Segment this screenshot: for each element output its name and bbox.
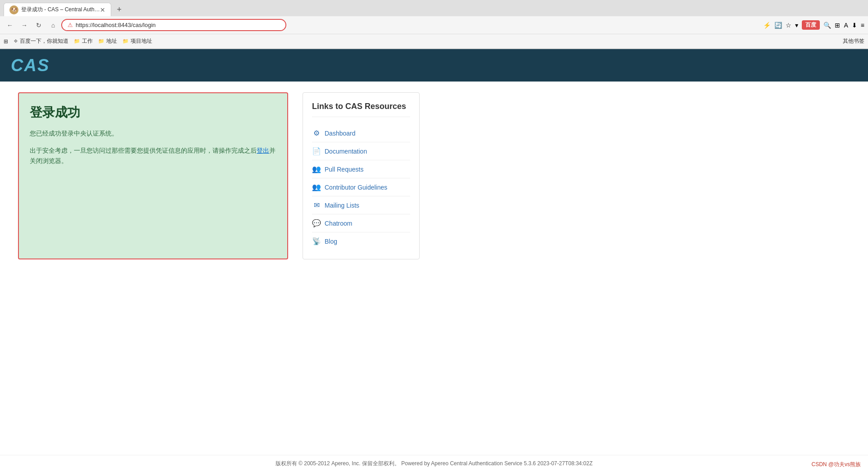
bookmark-baidu[interactable]: ❖ 百度一下，你就知道 [14,37,68,45]
resource-documentation-label: Documentation [325,148,367,155]
bookmark-chevron[interactable]: ▾ [795,22,798,29]
pull-requests-icon: 👥 [312,165,321,173]
forward-button[interactable]: → [18,19,31,32]
resource-pull-requests-label: Pull Requests [325,166,363,173]
cas-header: CAS [0,49,868,82]
success-title: 登录成功 [30,104,276,121]
resource-contributor-guidelines[interactable]: 👥 Contributor Guidelines [312,178,410,196]
resource-mailing-lists[interactable]: ✉ Mailing Lists [312,196,410,214]
tab-title: 登录成功 - CAS – Central Auth… [21,6,100,14]
home-button[interactable]: ⌂ [47,19,59,32]
search-icon[interactable]: 🔍 [823,22,831,29]
resource-blog[interactable]: 📡 Blog [312,232,410,250]
bookmark-star[interactable]: ☆ [786,22,791,29]
success-box: 登录成功 您已经成功登录中央认证系统。 出于安全考虑，一旦您访问过那些需要您提供… [18,92,288,259]
resource-dashboard-label: Dashboard [325,130,356,137]
download-icon[interactable]: ⬇ [852,22,857,29]
bookmark-label-work: 工作 [82,37,93,45]
bookmark-label-address: 地址 [106,37,117,45]
tab-close-button[interactable]: ✕ [100,6,105,14]
documentation-icon: 📄 [312,147,321,155]
address-url: https://localhost:8443/cas/login [76,22,156,28]
tab-bar: 🐶 登录成功 - CAS – Central Auth… ✕ + [0,0,868,16]
success-text2-before: 出于安全考虑，一旦您访问过那些需要您提供凭证信息的应用时，请操作完成之后 [30,147,257,154]
resources-title: Links to CAS Resources [312,102,410,117]
blog-icon: 📡 [312,237,321,245]
resource-chatroom-label: Chatroom [325,220,352,227]
logout-link[interactable]: 登出 [257,147,269,154]
more-icon[interactable]: ≡ [861,22,864,29]
grid-icon[interactable]: ⊞ [835,22,840,29]
bookmark-icon-project: 📁 [122,38,129,44]
bookmark-work[interactable]: 📁 工作 [74,37,93,45]
resource-blog-label: Blog [325,238,337,245]
back-button[interactable]: ← [4,19,16,32]
lightning-icon: ⚡ [763,22,771,29]
address-bar[interactable]: ⚠ https://localhost:8443/cas/login [61,19,286,31]
address-warning-icon: ⚠ [68,22,73,28]
resources-panel: Links to CAS Resources ⚙ Dashboard 📄 Doc… [303,92,420,259]
resource-pull-requests[interactable]: 👥 Pull Requests [312,160,410,178]
new-tab-button[interactable]: + [113,3,126,16]
bookmark-icon-address: 📁 [98,38,104,44]
other-bookmarks[interactable]: 其他书签 [843,37,864,45]
resource-dashboard[interactable]: ⚙ Dashboard [312,124,410,142]
bookmarks-bar: ⊞ ❖ 百度一下，你就知道 📁 工作 📁 地址 📁 项目地址 其他书签 [0,34,868,49]
refresh-icon2[interactable]: 🔄 [774,22,782,29]
active-tab[interactable]: 🐶 登录成功 - CAS – Central Auth… ✕ [4,3,111,16]
refresh-button[interactable]: ↻ [32,19,45,32]
browser-chrome: 🐶 登录成功 - CAS – Central Auth… ✕ + ← → ↻ ⌂… [0,0,868,49]
nav-right-controls: ⚡ 🔄 ☆ ▾ 百度 🔍 ⊞ A ⬇ ≡ [763,20,864,30]
tab-favicon: 🐶 [9,5,18,14]
bookmark-label-project: 项目地址 [131,37,152,45]
bookmark-icon-baidu: ❖ [14,38,18,44]
translate-icon[interactable]: A [844,22,848,29]
nav-bar: ← → ↻ ⌂ ⚠ https://localhost:8443/cas/log… [0,16,868,34]
resource-mailing-label: Mailing Lists [325,202,359,209]
chatroom-icon: 💬 [312,219,321,227]
resource-documentation[interactable]: 📄 Documentation [312,142,410,160]
mailing-icon: ✉ [312,201,321,209]
dashboard-icon: ⚙ [312,129,321,137]
bookmarks-icon: ⊞ [4,38,8,45]
bookmark-label-baidu: 百度一下，你就知道 [20,37,68,45]
cas-logo: CAS [11,56,50,75]
bookmark-address[interactable]: 📁 地址 [98,37,117,45]
contributor-icon: 👥 [312,183,321,191]
bookmark-icon-work: 📁 [74,38,80,44]
success-text1: 您已经成功登录中央认证系统。 [30,128,276,138]
resource-chatroom[interactable]: 💬 Chatroom [312,214,410,232]
baidu-logo[interactable]: 百度 [802,20,820,30]
cas-content: 登录成功 您已经成功登录中央认证系统。 出于安全考虑，一旦您访问过那些需要您提供… [0,82,540,270]
success-text2: 出于安全考虑，一旦您访问过那些需要您提供凭证信息的应用时，请操作完成之后登出并关… [30,145,276,166]
resource-contributor-label: Contributor Guidelines [325,184,387,191]
bookmark-project[interactable]: 📁 项目地址 [122,37,152,45]
